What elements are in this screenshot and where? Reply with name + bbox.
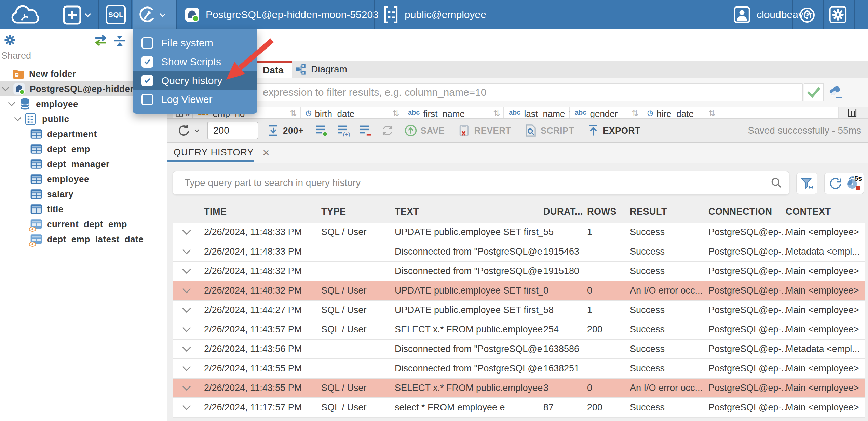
row-expand-chevron-icon[interactable] <box>173 327 204 332</box>
add-row-button[interactable] <box>315 124 328 137</box>
checkbox-checked[interactable] <box>141 75 153 86</box>
menu-item-query-history[interactable]: Query history <box>133 71 257 90</box>
query-history-row[interactable]: 2/26/2024, 11:43:56 PM Disconnected from… <box>173 340 865 359</box>
revert-button[interactable]: REVERT <box>458 124 511 137</box>
checkbox-unchecked[interactable] <box>141 37 153 49</box>
apply-filter-button[interactable] <box>804 83 824 101</box>
query-history-search-input[interactable] <box>173 171 789 195</box>
auto-refresh-button[interactable] <box>381 124 394 137</box>
query-history-row[interactable]: 2/26/2024, 11:43:55 PM SQL / User SELECT… <box>173 379 865 398</box>
history-refresh-icon[interactable] <box>828 176 843 191</box>
row-connection: PostgreSQL@ep-... <box>708 285 786 296</box>
query-history-row[interactable]: 2/26/2024, 11:48:32 PM Disconnected from… <box>173 262 865 281</box>
chevron-expanded-icon[interactable] <box>14 117 22 121</box>
column-header-type[interactable]: TYPE <box>321 206 395 217</box>
row-expand-chevron-icon[interactable] <box>173 268 204 274</box>
column-header-text[interactable]: TEXT <box>395 206 543 217</box>
query-history-row[interactable]: 2/26/2024, 11:44:27 PM SQL / User UPDATE… <box>173 301 865 320</box>
query-history-row[interactable]: 2/26/2024, 11:48:32 PM SQL / User UPDATE… <box>173 281 865 301</box>
query-history-row[interactable]: 2/26/2024, 11:43:55 PM Disconnected from… <box>173 359 865 379</box>
query-history-row[interactable]: 2/26/2024, 11:48:33 PM SQL / User UPDATE… <box>173 223 865 242</box>
sync-navigator-icon[interactable] <box>93 34 109 46</box>
query-history-row[interactable]: 2/26/2024, 11:48:33 PM Disconnected from… <box>173 242 865 262</box>
filter-expression-input[interactable] <box>173 83 803 101</box>
tree-item-table[interactable]: employee <box>0 172 167 187</box>
tree-item-view[interactable]: dept_emp_latest_date <box>0 232 167 247</box>
column-header-rows[interactable]: ROWS <box>587 206 630 217</box>
checkbox-unchecked[interactable] <box>141 94 153 105</box>
row-limit-input[interactable] <box>207 122 258 139</box>
close-icon[interactable]: × <box>263 147 270 158</box>
clear-filter-eraser-icon[interactable] <box>828 85 843 99</box>
column-header-time[interactable]: TIME <box>204 206 321 217</box>
column-header-context[interactable]: CONTEXT <box>786 206 865 217</box>
row-result: Success <box>630 344 708 354</box>
column-header-connection[interactable]: CONNECTION <box>708 206 786 217</box>
grid-column-header[interactable]: abc first_name ⇅ <box>403 107 504 118</box>
tab-query-history[interactable]: QUERY HISTORY × <box>167 143 269 162</box>
grid-column-header[interactable]: abc gender ⇅ <box>570 107 642 118</box>
search-icon[interactable] <box>771 177 782 189</box>
tab-diagram[interactable]: Diagram <box>287 61 355 78</box>
column-header-result[interactable]: RESULT <box>630 206 708 217</box>
tree-item-table[interactable]: salary <box>0 187 167 202</box>
row-expand-chevron-icon[interactable] <box>173 288 204 294</box>
row-expand-chevron-icon[interactable] <box>173 229 204 235</box>
sort-icon[interactable]: ⇅ <box>708 109 715 118</box>
grid-column-header[interactable]: ◷ birth_date ⇅ <box>301 107 403 118</box>
menu-item-show-scripts[interactable]: Show Scripts <box>133 52 257 71</box>
shared-section-label: Shared <box>1 51 31 61</box>
tools-menu-button[interactable] <box>138 6 166 24</box>
row-expand-chevron-icon[interactable] <box>173 249 204 255</box>
fetch-page-button[interactable]: 200+ <box>267 124 304 137</box>
tab-data[interactable]: Data <box>255 61 292 78</box>
save-button[interactable]: SAVE <box>404 124 445 137</box>
settings-button[interactable] <box>829 6 847 24</box>
script-button[interactable]: SCRIPT <box>524 124 574 137</box>
tree-item-view[interactable]: current_dept_emp <box>0 217 167 232</box>
export-button[interactable]: EXPORT <box>587 124 640 137</box>
help-button[interactable] <box>799 7 815 23</box>
row-result: Success <box>630 227 708 237</box>
tree-item-table[interactable]: dept_emp <box>0 141 167 157</box>
checkbox-checked[interactable] <box>141 56 153 68</box>
row-type: SQL / User <box>321 285 395 296</box>
grid-state-icon[interactable] <box>847 108 857 118</box>
auto-refresh-timer-icon[interactable]: 5s <box>846 176 860 191</box>
view-eye-icon <box>29 227 36 232</box>
query-history-row[interactable]: 2/26/2024, 11:17:57 PM SQL / User select… <box>173 398 865 418</box>
row-expand-chevron-icon[interactable] <box>173 366 204 371</box>
column-header-duration[interactable]: DURAT... <box>543 206 587 217</box>
grid-column-header[interactable]: ◷ hire_date ⇅ <box>642 107 719 118</box>
chevron-expanded-icon[interactable] <box>8 101 16 106</box>
row-expand-chevron-icon[interactable] <box>173 307 204 313</box>
duplicate-row-button[interactable]: (+) <box>337 124 350 137</box>
row-expand-chevron-icon[interactable] <box>173 346 204 352</box>
menu-item-log-viewer[interactable]: Log Viewer <box>133 90 257 109</box>
sql-editor-button[interactable]: SQL <box>106 5 126 24</box>
history-filter-button[interactable] <box>796 173 817 194</box>
row-expand-chevron-icon[interactable] <box>173 385 204 391</box>
sort-icon[interactable]: ⇅ <box>290 109 297 118</box>
sort-icon[interactable]: ⇅ <box>632 109 638 118</box>
refresh-button[interactable] <box>177 124 200 137</box>
sort-icon[interactable]: ⇅ <box>493 109 500 118</box>
postgresql-icon <box>185 7 200 22</box>
delete-row-button[interactable] <box>358 124 372 137</box>
menu-item-file-system[interactable]: File system <box>133 33 257 52</box>
tree-item-table[interactable]: title <box>0 202 167 217</box>
grid-column-header[interactable]: abc last_name ⇅ <box>504 107 570 118</box>
row-type: SQL / User <box>321 324 395 335</box>
tree-item-table[interactable]: dept_manager <box>0 157 167 172</box>
row-expand-chevron-icon[interactable] <box>173 405 204 410</box>
active-connection[interactable]: PostgreSQL@ep-hidden-moon-55203 <box>185 0 379 29</box>
tree-item-table[interactable]: department <box>0 126 167 141</box>
sort-icon[interactable]: ⇅ <box>392 109 399 118</box>
new-connection-button[interactable] <box>63 5 91 25</box>
collapse-all-icon[interactable] <box>113 34 126 47</box>
tree-item-label: title <box>47 204 64 215</box>
schema-selector[interactable]: public@employee <box>383 0 486 29</box>
query-history-row[interactable]: 2/26/2024, 11:43:57 PM SQL / User SELECT… <box>173 320 865 340</box>
chevron-expanded-icon[interactable] <box>1 86 10 91</box>
sidebar-settings-gear-icon[interactable] <box>3 33 16 46</box>
